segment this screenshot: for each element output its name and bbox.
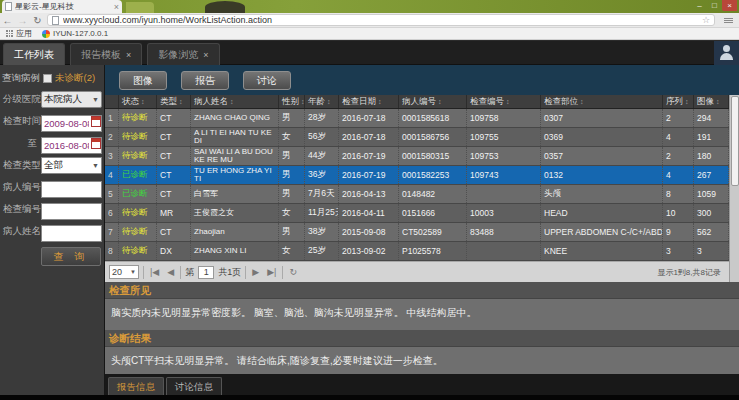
reload-icon[interactable]: ↻ <box>287 267 299 277</box>
search-button[interactable]: 查 询 <box>41 247 101 266</box>
scrollbar-thumb[interactable] <box>731 96 739 186</box>
cell-series: 4 <box>663 166 694 184</box>
bookmark-star-icon[interactable]: ☆ <box>702 15 710 25</box>
sort-icon[interactable]: ↕ <box>141 98 145 105</box>
window-controls: – □ × <box>692 0 737 11</box>
cell-name: TU ER HONG ZHA YI TI <box>191 166 279 184</box>
cell-gender: 女 <box>279 242 305 260</box>
forward-icon[interactable]: → <box>15 15 30 26</box>
column-pid[interactable]: 病人编号↕ <box>399 95 467 108</box>
worklist-table: 1待诊断CTZHANG CHAO QING男28岁2016-07-1800015… <box>105 109 729 261</box>
bookmark-iyun[interactable]: IYUN-127.0.0.1 <box>42 29 108 38</box>
sort-icon[interactable]: ↕ <box>378 98 382 105</box>
cell-type: DX <box>157 242 191 260</box>
exam-id-input[interactable] <box>41 203 102 220</box>
close-icon[interactable]: × <box>722 0 737 11</box>
cell-gender: 男 <box>279 109 305 127</box>
table-row[interactable]: 8待诊断DXZHANG XIN LI女25岁2013-09-02P1025578… <box>105 242 729 261</box>
column-series[interactable]: 序列↕ <box>663 95 694 108</box>
tab-1[interactable]: 报告模板× <box>70 43 142 65</box>
column-gender[interactable]: 性别↕ <box>279 95 305 108</box>
column-eid[interactable]: 检查编号↕ <box>467 95 541 108</box>
last-page-icon[interactable]: ▶| <box>265 267 278 277</box>
column-images[interactable]: 图像↕ <box>694 95 729 108</box>
exam-type-label: 检查类型 <box>2 159 41 172</box>
cell-images: 3 <box>694 242 729 260</box>
tab-close-icon[interactable]: × <box>203 44 208 66</box>
table-row[interactable]: 6待诊断MR王俊霞之女女11月25天2016-04-11015166610003… <box>105 204 729 223</box>
patient-name-input[interactable] <box>41 225 102 242</box>
cell-age: 38岁 <box>305 223 339 241</box>
table-row[interactable]: 4已诊断CTTU ER HONG ZHA YI TI男36岁2016-07-19… <box>105 166 729 185</box>
cell-num: 2 <box>105 128 119 146</box>
browser-tab[interactable]: 星影云-星见科技 × <box>2 0 122 13</box>
next-page-icon[interactable]: ▶ <box>250 267 261 277</box>
column-name[interactable]: 病人姓名↕ <box>191 95 279 108</box>
sort-icon[interactable]: ↕ <box>179 98 183 105</box>
patient-id-input[interactable] <box>41 181 102 198</box>
sort-icon[interactable]: ↕ <box>580 98 584 105</box>
report-tab-1[interactable]: 讨论信息 <box>166 377 222 395</box>
maximize-icon[interactable]: □ <box>707 0 722 11</box>
cell-name: Zhaojian <box>191 223 279 241</box>
new-tab-button[interactable] <box>126 2 154 13</box>
user-icon <box>723 45 730 52</box>
sort-icon[interactable]: ↕ <box>327 98 331 105</box>
hospital-select[interactable]: 本院病人 ▼ <box>41 91 102 108</box>
calendar-icon[interactable] <box>91 138 101 149</box>
prev-page-icon[interactable]: ◀ <box>165 267 176 277</box>
column-age[interactable]: 年龄↕ <box>305 95 339 108</box>
url-field[interactable]: www.xyycloud.com/iyun.home/WorkListActio… <box>47 14 715 26</box>
user-button[interactable] <box>714 41 739 65</box>
chrome-menu-icon[interactable] <box>721 18 735 23</box>
bookmark-apps[interactable]: 应用 <box>6 28 32 39</box>
page-number-input[interactable]: 1 <box>198 266 214 279</box>
patient-name-label: 病人姓名 <box>2 225 41 238</box>
first-page-icon[interactable]: |◀ <box>148 267 161 277</box>
images-button[interactable]: 图像 <box>119 71 167 90</box>
sort-icon[interactable]: ↕ <box>230 98 234 105</box>
worklist-app: 工作列表报告模板×影像浏览× 查询病例 未诊断(2) 分级医院 本院病人 ▼ 检… <box>0 40 739 395</box>
report-button[interactable]: 报告 <box>181 71 229 90</box>
calendar-icon[interactable] <box>91 116 101 127</box>
sort-icon[interactable]: ↕ <box>438 98 442 105</box>
sort-icon[interactable]: ↕ <box>685 98 689 105</box>
cell-name: 王俊霞之女 <box>191 204 279 222</box>
column-label: 检查部位 <box>544 96 578 108</box>
cell-num: 8 <box>105 242 119 260</box>
table-row[interactable]: 5已诊断CT白雪军男7月6天2016-04-130148482头颅81059 <box>105 185 729 204</box>
sort-icon[interactable]: ↕ <box>301 98 305 105</box>
cell-series: 4 <box>663 128 694 146</box>
pagination-bar: 20 ▼ |◀ ◀ 第 1 共1页 ▶ ▶| ↻ 显示1到8,共8记录 <box>105 261 729 282</box>
report-tab-0[interactable]: 报告信息 <box>108 377 164 395</box>
sort-icon[interactable]: ↕ <box>506 98 510 105</box>
table-row[interactable]: 2待诊断CTA LI TI EI HAN TU KE DI女56岁2016-07… <box>105 128 729 147</box>
table-row[interactable]: 1待诊断CTZHANG CHAO QING男28岁2016-07-1800015… <box>105 109 729 128</box>
minimize-icon[interactable]: – <box>692 0 707 11</box>
exam-type-select[interactable]: 全部 ▼ <box>41 157 102 174</box>
page-size-select[interactable]: 20 ▼ <box>109 265 139 279</box>
back-icon[interactable]: ← <box>0 15 15 26</box>
tab-2[interactable]: 影像浏览× <box>147 43 219 65</box>
column-label: 检查日期 <box>342 96 376 108</box>
column-part[interactable]: 检查部位↕ <box>541 95 663 108</box>
column-type[interactable]: 类型↕ <box>157 95 191 108</box>
column-status[interactable]: 状态↕ <box>119 95 157 108</box>
tab-0[interactable]: 工作列表 <box>3 43 65 65</box>
cell-type: CT <box>157 185 191 203</box>
table-row[interactable]: 3待诊断CTSAI WAI LI A BU DOU KE RE MU男44岁20… <box>105 147 729 166</box>
cell-type: CT <box>157 223 191 241</box>
tab-label: 报告模板 <box>81 44 121 66</box>
column-date[interactable]: 检查日期↕ <box>339 95 399 108</box>
sort-icon[interactable]: ↕ <box>716 98 720 105</box>
tab-close-icon[interactable]: × <box>114 2 119 12</box>
cell-pid: 0001585618 <box>399 109 467 127</box>
undiagnosed-checkbox[interactable] <box>43 74 52 83</box>
discuss-button[interactable]: 讨论 <box>243 71 291 90</box>
tab-close-icon[interactable]: × <box>126 44 131 66</box>
iyun-favicon <box>42 30 50 38</box>
refresh-icon[interactable]: ↻ <box>30 15 45 26</box>
table-row[interactable]: 7待诊断CTZhaojian男38岁2015-09-08CT5025898348… <box>105 223 729 242</box>
page-icon <box>5 2 12 11</box>
cell-age: 28岁 <box>305 109 339 127</box>
